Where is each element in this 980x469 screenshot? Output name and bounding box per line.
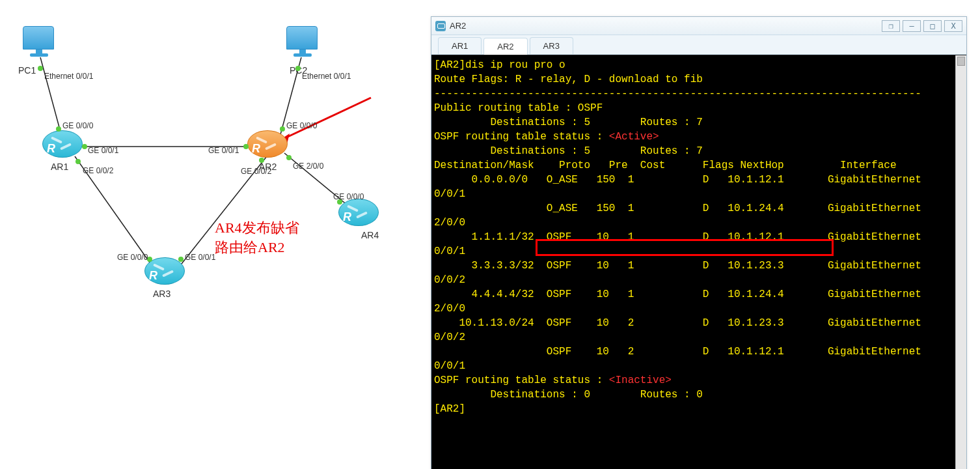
ar1-ge002: GE 0/0/2 <box>83 166 113 175</box>
tabstrip: AR1 AR2 AR3 <box>431 35 966 55</box>
router-ar1[interactable]: R <box>42 130 83 158</box>
pc2[interactable] <box>286 26 319 62</box>
pc1-label: PC1 <box>18 65 36 76</box>
ar3-ge001: GE 0/0/1 <box>185 253 215 262</box>
ar2-ge200: GE 2/0/0 <box>293 162 323 171</box>
terminal-output[interactable]: [AR2]dis ip rou pro o Route Flags: R - r… <box>431 55 966 469</box>
ar1-ge001: GE 0/0/1 <box>88 146 118 155</box>
ar1-ge000: GE 0/0/0 <box>62 121 93 130</box>
ar4-ge000: GE 0/0/0 <box>333 192 364 201</box>
scroll-thumb[interactable] <box>957 57 965 66</box>
app-icon <box>435 21 446 31</box>
highlight-box <box>536 239 834 256</box>
window-title: AR2 <box>450 21 466 31</box>
pc1-if: Ethernet 0/0/1 <box>44 72 93 81</box>
pc2-if: Ethernet 0/0/1 <box>302 72 351 81</box>
ar4-label: AR4 <box>361 230 379 240</box>
scrollbar[interactable] <box>955 55 966 469</box>
close-button[interactable]: X <box>944 20 962 32</box>
ar2-ge002: GE 0/0/2 <box>241 167 271 176</box>
ar1-label: AR1 <box>51 162 68 172</box>
ar3-ge000: GE 0/0/0 <box>117 253 148 262</box>
ar2-ge001: GE 0/0/1 <box>208 146 239 155</box>
tab-ar1[interactable]: AR1 <box>438 37 482 54</box>
annotation-text: AR4发布缺省 路由给AR2 <box>215 218 299 257</box>
svg-line-0 <box>40 57 62 137</box>
ar2-ge000: GE 0/0/0 <box>286 121 317 130</box>
pc1[interactable] <box>23 26 55 62</box>
tab-ar2[interactable]: AR2 <box>483 38 527 55</box>
svg-line-6 <box>277 98 371 142</box>
titlebar[interactable]: AR2 ❐ — □ X <box>431 17 966 35</box>
minimize-button[interactable]: — <box>903 20 921 32</box>
network-topology: PC1 Ethernet 0/0/1 PC2 Ethernet 0/0/1 R … <box>0 0 423 469</box>
restore-button[interactable]: ❐ <box>882 20 900 32</box>
maximize-button[interactable]: □ <box>923 20 942 32</box>
terminal-window: AR2 ❐ — □ X AR1 AR2 AR3 [AR2]dis ip rou … <box>431 16 967 469</box>
ar3-label: AR3 <box>153 289 170 299</box>
router-ar4[interactable]: R <box>338 199 379 226</box>
router-ar2[interactable]: R <box>247 130 288 158</box>
tab-ar3[interactable]: AR3 <box>530 37 573 54</box>
